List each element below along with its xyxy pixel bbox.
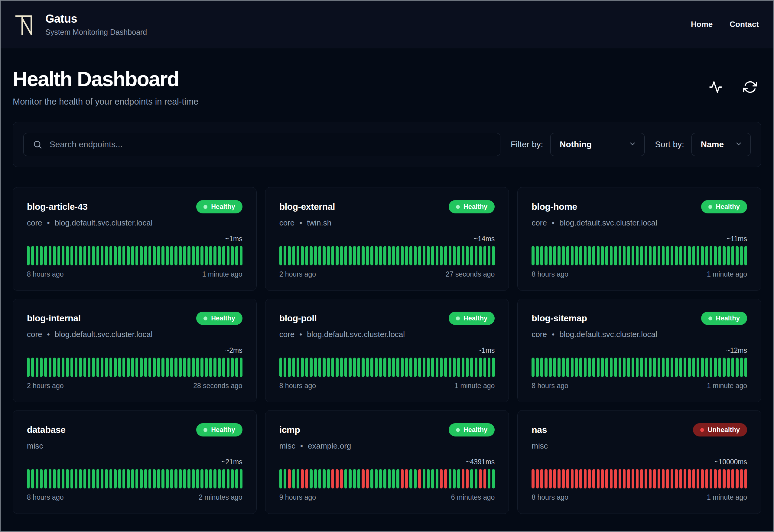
uptime-bar[interactable] [744, 469, 747, 488]
uptime-bar[interactable] [718, 469, 721, 488]
uptime-bar[interactable] [649, 469, 652, 488]
uptime-bar[interactable] [632, 469, 634, 488]
uptime-bar[interactable] [649, 246, 652, 265]
uptime-bar[interactable] [440, 469, 443, 488]
uptime-bar[interactable] [405, 469, 408, 488]
uptime-bar[interactable] [623, 469, 626, 488]
uptime-bar[interactable] [470, 469, 473, 488]
uptime-bar[interactable] [292, 358, 295, 377]
uptime-bar[interactable] [671, 246, 673, 265]
uptime-bar[interactable] [297, 469, 299, 488]
uptime-bar[interactable] [545, 358, 547, 377]
uptime-bar[interactable] [79, 246, 82, 265]
uptime-bar[interactable] [292, 469, 295, 488]
uptime-bar[interactable] [153, 246, 155, 265]
uptime-bar[interactable] [483, 358, 486, 377]
uptime-bar[interactable] [488, 246, 490, 265]
uptime-bar[interactable] [57, 469, 60, 488]
uptime-bar[interactable] [318, 469, 321, 488]
gatus-logo[interactable] [13, 12, 39, 37]
uptime-bar[interactable] [314, 469, 317, 488]
uptime-bar[interactable] [566, 358, 569, 377]
uptime-bar[interactable] [532, 469, 534, 488]
uptime-bar[interactable] [623, 358, 626, 377]
uptime-bar[interactable] [161, 358, 164, 377]
uptime-bar[interactable] [209, 246, 212, 265]
uptime-bar[interactable] [388, 358, 391, 377]
uptime-bar[interactable] [575, 246, 578, 265]
uptime-bar[interactable] [49, 469, 51, 488]
uptime-bar[interactable] [479, 469, 482, 488]
uptime-bar[interactable] [205, 246, 208, 265]
uptime-bar[interactable] [323, 246, 325, 265]
uptime-bar[interactable] [157, 358, 160, 377]
uptime-bar[interactable] [310, 469, 312, 488]
uptime-bar[interactable] [327, 358, 330, 377]
uptime-bar[interactable] [40, 358, 43, 377]
uptime-bar[interactable] [209, 469, 212, 488]
uptime-bar[interactable] [679, 469, 682, 488]
uptime-bar[interactable] [235, 358, 238, 377]
uptime-bar[interactable] [562, 358, 565, 377]
uptime-bar[interactable] [366, 469, 369, 488]
uptime-bar[interactable] [553, 469, 556, 488]
uptime-bar[interactable] [318, 358, 321, 377]
uptime-bar[interactable] [562, 246, 565, 265]
uptime-bar[interactable] [66, 469, 69, 488]
uptime-bar[interactable] [200, 469, 203, 488]
uptime-bar[interactable] [301, 469, 304, 488]
uptime-bar[interactable] [383, 469, 386, 488]
uptime-bar[interactable] [688, 246, 691, 265]
uptime-bar[interactable] [610, 358, 613, 377]
uptime-bar[interactable] [592, 469, 595, 488]
uptime-bar[interactable] [157, 469, 160, 488]
uptime-bar[interactable] [605, 469, 608, 488]
uptime-bar[interactable] [549, 469, 552, 488]
uptime-bar[interactable] [183, 246, 186, 265]
endpoint-card[interactable]: nas Unhealthy misc ~10000ms 8 hours ago … [517, 410, 761, 514]
uptime-bar[interactable] [222, 246, 225, 265]
uptime-bar[interactable] [662, 358, 665, 377]
uptime-bar[interactable] [653, 246, 656, 265]
uptime-bar[interactable] [362, 358, 364, 377]
uptime-bar[interactable] [479, 358, 482, 377]
uptime-bar[interactable] [36, 246, 38, 265]
uptime-bar[interactable] [161, 469, 164, 488]
uptime-bar[interactable] [614, 246, 617, 265]
uptime-bar[interactable] [383, 246, 386, 265]
uptime-bar[interactable] [179, 469, 182, 488]
uptime-bar[interactable] [692, 469, 695, 488]
endpoint-card[interactable]: blog-home Healthy core • blog.default.sv… [517, 187, 761, 291]
uptime-bar[interactable] [66, 246, 69, 265]
uptime-bar[interactable] [284, 469, 286, 488]
uptime-bar[interactable] [27, 469, 30, 488]
uptime-bar[interactable] [96, 246, 99, 265]
uptime-bar[interactable] [427, 358, 430, 377]
uptime-bar[interactable] [562, 469, 565, 488]
uptime-bar[interactable] [588, 246, 591, 265]
uptime-bar[interactable] [323, 469, 325, 488]
uptime-bar[interactable] [344, 358, 347, 377]
uptime-bar[interactable] [684, 469, 686, 488]
uptime-bar[interactable] [57, 358, 60, 377]
uptime-bar[interactable] [409, 358, 412, 377]
uptime-bar[interactable] [475, 246, 477, 265]
uptime-bar[interactable] [192, 246, 195, 265]
uptime-bar[interactable] [731, 358, 734, 377]
uptime-bar[interactable] [545, 469, 547, 488]
uptime-bar[interactable] [362, 246, 364, 265]
uptime-bar[interactable] [196, 469, 199, 488]
uptime-bar[interactable] [601, 469, 604, 488]
uptime-bar[interactable] [414, 358, 417, 377]
uptime-bar[interactable] [453, 246, 456, 265]
uptime-bar[interactable] [396, 246, 399, 265]
uptime-bar[interactable] [235, 469, 238, 488]
uptime-bar[interactable] [27, 358, 30, 377]
uptime-bar[interactable] [310, 358, 312, 377]
uptime-bar[interactable] [653, 358, 656, 377]
uptime-bar[interactable] [218, 469, 221, 488]
uptime-bar[interactable] [353, 358, 356, 377]
uptime-bar[interactable] [75, 469, 77, 488]
uptime-bar[interactable] [148, 469, 151, 488]
uptime-bar[interactable] [575, 358, 578, 377]
